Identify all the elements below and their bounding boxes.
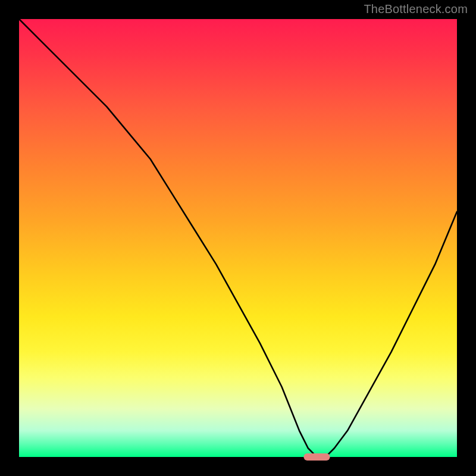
chart-svg — [0, 0, 476, 476]
bottleneck-curve — [19, 19, 457, 457]
watermark-text: TheBottleneck.com — [364, 2, 468, 16]
chart-frame: TheBottleneck.com — [0, 0, 476, 476]
optimal-marker — [303, 453, 330, 461]
